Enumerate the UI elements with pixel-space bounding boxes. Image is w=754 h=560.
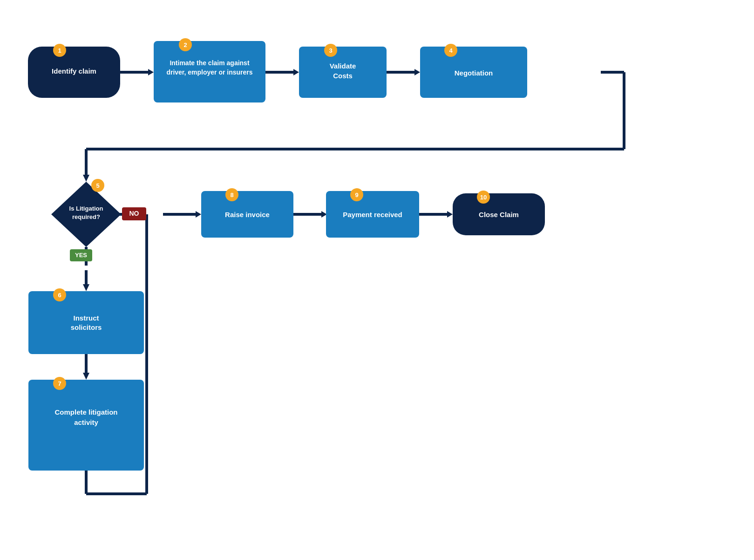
badge-label-5: 5 (96, 182, 99, 189)
node-label-1: Identify claim (52, 67, 96, 75)
node-label-5a: Is Litigation (69, 205, 103, 212)
svg-marker-10 (83, 175, 89, 182)
badge-label-9: 9 (355, 191, 358, 198)
svg-marker-13 (196, 211, 201, 218)
no-label-text: NO (129, 210, 139, 217)
node-label-6a: Instruct (73, 314, 99, 322)
node-label-3a: Validate (330, 62, 356, 70)
badge-label-6: 6 (58, 292, 61, 299)
node-label-4: Negotiation (455, 69, 493, 77)
svg-marker-5 (414, 69, 420, 75)
badge-label-7: 7 (58, 380, 61, 387)
flowchart: 1 Identify claim 2 Intimate the claim ag… (0, 0, 754, 560)
svg-marker-3 (293, 69, 299, 75)
node-label-2a: Intimate the claim against (170, 59, 249, 67)
svg-marker-17 (447, 211, 453, 218)
badge-label-4: 4 (449, 47, 453, 54)
badge-label-2: 2 (183, 41, 187, 48)
badge-label-3: 3 (329, 47, 332, 54)
badge-label-8: 8 (230, 191, 233, 198)
badge-label-10: 10 (480, 194, 487, 201)
node-label-7b: activity (74, 418, 98, 426)
svg-marker-20 (83, 284, 89, 291)
node-6 (28, 291, 144, 354)
svg-marker-22 (83, 373, 89, 380)
node-label-2b: driver, employer or insurers (166, 68, 252, 76)
node-label-7a: Complete litigation (55, 408, 118, 416)
node-label-3b: Costs (333, 72, 353, 80)
node-label-5b: required? (72, 213, 100, 220)
svg-marker-1 (148, 69, 154, 75)
node-label-10: Close Claim (479, 211, 519, 219)
node-label-8: Raise invoice (225, 211, 270, 219)
node-label-9: Payment received (343, 211, 402, 219)
node-label-6b: solicitors (71, 323, 102, 331)
badge-label-1: 1 (58, 47, 61, 54)
yes-label-text: YES (75, 252, 87, 259)
